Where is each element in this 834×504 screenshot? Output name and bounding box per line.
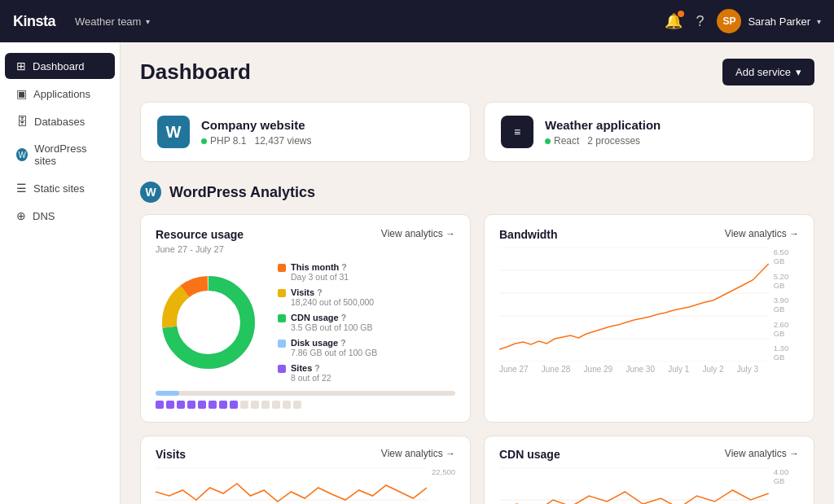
sidebar: ⊞ Dashboard ▣ Applications 🗄 Databases W… bbox=[0, 42, 121, 504]
cdn-svg bbox=[499, 467, 769, 504]
weather-app-card[interactable]: ≡ Weather application React 2 processes bbox=[484, 102, 814, 162]
site-dot-6 bbox=[208, 401, 217, 409]
sidebar-item-label: Dashboard bbox=[33, 60, 85, 72]
cdn-header: CDN usage View analytics → bbox=[499, 448, 799, 461]
wordpress-section-title: WordPress Analytics bbox=[169, 184, 315, 201]
team-name: Weather team bbox=[75, 15, 141, 28]
bandwidth-chart-area: 6.50 GB 5.20 GB 3.90 GB 2.60 GB 1.30 GB bbox=[499, 248, 799, 362]
bandwidth-x-labels: June 27 June 28 June 29 June 30 July 1 J… bbox=[499, 365, 799, 374]
user-menu[interactable]: SP Sarah Parker ▾ bbox=[717, 9, 821, 33]
site-dot-14 bbox=[293, 401, 301, 409]
team-chevron-icon: ▾ bbox=[146, 17, 150, 26]
resource-usage-subtitle: June 27 - July 27 bbox=[156, 244, 455, 254]
dashboard-icon: ⊞ bbox=[16, 59, 26, 72]
nav-icons: 🔔 ? SP Sarah Parker ▾ bbox=[665, 9, 821, 33]
user-name: Sarah Parker bbox=[748, 15, 810, 28]
static-icon: ☰ bbox=[16, 182, 27, 195]
company-views: 12,437 views bbox=[254, 135, 311, 147]
visits-title: Visits bbox=[156, 448, 186, 461]
weather-app-info: Weather application React 2 processes bbox=[545, 118, 661, 147]
help-icon: ? bbox=[341, 262, 346, 272]
sidebar-item-label: Static sites bbox=[33, 182, 85, 195]
resource-usage-title: Resource usage bbox=[156, 228, 244, 241]
sidebar-item-label: DNS bbox=[33, 210, 55, 222]
company-website-name: Company website bbox=[201, 118, 312, 132]
company-website-card[interactable]: W Company website PHP 8.1 12,437 views bbox=[140, 102, 471, 162]
cdn-dot bbox=[278, 314, 286, 322]
cdn-y-labels: 4.00 GB 3.20 GB bbox=[769, 467, 799, 504]
company-website-info: Company website PHP 8.1 12,437 views bbox=[201, 118, 312, 147]
sites-dot bbox=[278, 365, 286, 373]
sidebar-item-wordpress[interactable]: W WordPress sites bbox=[5, 136, 115, 173]
main-content: Dashboard Add service ▾ W Company websit… bbox=[121, 42, 834, 504]
bottom-charts: Visits View analytics → 22,500 18,000 bbox=[140, 436, 814, 504]
weather-processes: 2 processes bbox=[587, 135, 640, 147]
page-header: Dashboard Add service ▾ bbox=[140, 59, 814, 85]
weather-app-name: Weather application bbox=[545, 118, 661, 132]
help-icon: ? bbox=[314, 363, 319, 373]
resource-usage-view-analytics[interactable]: View analytics → bbox=[381, 228, 455, 239]
logo: Kinsta bbox=[13, 13, 55, 30]
resource-legend: This month ? Day 3 out of 31 Visits ? 18… bbox=[278, 262, 377, 383]
help-icon: ? bbox=[341, 313, 346, 322]
site-dot-3 bbox=[177, 401, 185, 409]
notifications-button[interactable]: 🔔 bbox=[665, 12, 683, 30]
legend-item-cdn: CDN usage ? 3.5 GB out of 100 GB bbox=[278, 313, 377, 332]
site-dot-10 bbox=[251, 401, 259, 409]
help-button[interactable]: ? bbox=[696, 13, 704, 30]
resource-usage-body: This month ? Day 3 out of 31 Visits ? 18… bbox=[156, 262, 455, 383]
visits-chart-area: 22,500 18,000 bbox=[156, 467, 455, 504]
sidebar-item-dashboard[interactable]: ⊞ Dashboard bbox=[5, 53, 115, 79]
cdn-usage-card: CDN usage View analytics → 4.00 GB 3.20 … bbox=[484, 436, 814, 504]
cdn-view-analytics[interactable]: View analytics → bbox=[725, 448, 799, 459]
bandwidth-card: Bandwidth View analytics → bbox=[484, 214, 814, 423]
site-dot-9 bbox=[240, 401, 248, 409]
disk-dot bbox=[278, 340, 286, 348]
user-chevron-icon: ▾ bbox=[817, 17, 821, 26]
sidebar-item-label: Databases bbox=[34, 116, 85, 128]
top-navigation: Kinsta Weather team ▾ 🔔 ? SP Sarah Parke… bbox=[0, 0, 834, 42]
legend-item-visits: Visits ? 18,240 out of 500,000 bbox=[278, 287, 377, 307]
help-icon: ? bbox=[340, 338, 345, 348]
sidebar-item-label: Applications bbox=[33, 88, 90, 100]
bandwidth-view-analytics[interactable]: View analytics → bbox=[725, 228, 799, 239]
add-service-button[interactable]: Add service ▾ bbox=[722, 59, 814, 85]
cdn-title: CDN usage bbox=[499, 448, 560, 461]
bandwidth-y-labels: 6.50 GB 5.20 GB 3.90 GB 2.60 GB 1.30 GB bbox=[769, 248, 799, 362]
site-dot-11 bbox=[261, 401, 270, 409]
company-status-dot bbox=[201, 138, 207, 144]
weather-app-meta: React 2 processes bbox=[545, 135, 661, 147]
wordpress-icon: W bbox=[16, 148, 28, 161]
company-tech: PHP 8.1 bbox=[210, 135, 246, 147]
notification-dot bbox=[678, 11, 684, 17]
company-website-meta: PHP 8.1 12,437 views bbox=[201, 135, 312, 147]
team-selector[interactable]: Weather team ▾ bbox=[75, 15, 150, 28]
site-dot-8 bbox=[230, 401, 238, 409]
visits-svg bbox=[156, 467, 427, 504]
visits-view-analytics[interactable]: View analytics → bbox=[381, 448, 455, 459]
bandwidth-svg bbox=[499, 248, 769, 362]
applications-icon: ▣ bbox=[16, 87, 27, 100]
legend-item-disk: Disk usage ? 7.86 GB out of 100 GB bbox=[278, 338, 377, 357]
help-icon: ? bbox=[317, 287, 322, 297]
sidebar-item-applications[interactable]: ▣ Applications bbox=[5, 81, 115, 107]
legend-item-this-month: This month ? Day 3 out of 31 bbox=[278, 262, 377, 282]
disk-progress-fill bbox=[156, 391, 179, 396]
sidebar-item-static[interactable]: ☰ Static sites bbox=[5, 175, 115, 201]
weather-tech: React bbox=[554, 135, 579, 147]
bandwidth-header: Bandwidth View analytics → bbox=[499, 228, 799, 241]
site-dot-12 bbox=[272, 401, 280, 409]
add-service-chevron-icon: ▾ bbox=[796, 66, 801, 78]
disk-progress-row bbox=[156, 391, 455, 396]
site-dot-1 bbox=[156, 401, 164, 409]
bandwidth-chart-wrapper: 6.50 GB 5.20 GB 3.90 GB 2.60 GB 1.30 GB … bbox=[499, 248, 799, 374]
weather-app-icon: ≡ bbox=[501, 116, 533, 148]
sidebar-item-dns[interactable]: ⊕ DNS bbox=[5, 203, 115, 229]
dns-icon: ⊕ bbox=[16, 209, 26, 222]
visits-y-labels: 22,500 18,000 bbox=[427, 467, 455, 504]
weather-status-dot bbox=[545, 138, 551, 144]
site-dot-5 bbox=[198, 401, 206, 409]
sidebar-item-databases[interactable]: 🗄 Databases bbox=[5, 108, 115, 134]
charts-grid: Resource usage View analytics → June 27 … bbox=[140, 214, 814, 423]
page-title: Dashboard bbox=[140, 59, 251, 85]
